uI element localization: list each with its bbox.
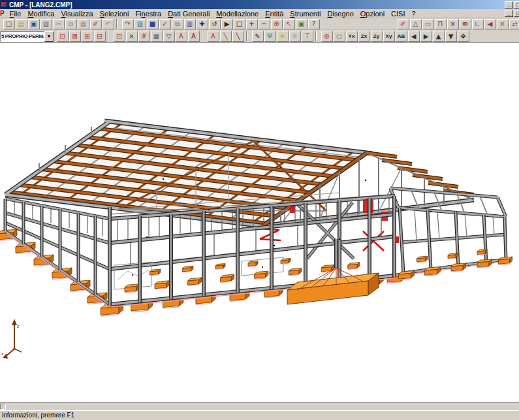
brace-diagonal-button[interactable]: ╲ bbox=[220, 31, 232, 42]
delete-entity-button[interactable]: × bbox=[497, 19, 509, 29]
flip-entity-button[interactable]: ◀ bbox=[484, 19, 496, 29]
edit-geometry-button[interactable]: ✎ bbox=[252, 31, 264, 42]
annotate-style-button[interactable]: A bbox=[208, 31, 219, 42]
window-maximize-button[interactable]: □ bbox=[514, 1, 519, 8]
menu-help[interactable]: ? bbox=[409, 10, 419, 18]
previous-view-button[interactable]: ◀ bbox=[408, 31, 420, 42]
window-minimize-button[interactable]: _ bbox=[505, 1, 513, 8]
menu-file[interactable]: File bbox=[7, 10, 25, 18]
cut-icon: ✂ bbox=[55, 20, 61, 27]
select-labels-icon: A bbox=[179, 33, 183, 40]
orbit-view-button[interactable]: ○ bbox=[334, 31, 345, 42]
view-axon-button[interactable]: AB bbox=[396, 31, 407, 42]
draw-shell-button[interactable]: ▭ bbox=[422, 19, 434, 29]
step-up-button[interactable]: ▲ bbox=[433, 31, 445, 42]
pan-hand-icon: ✥ bbox=[460, 33, 465, 40]
mdi-restore-button[interactable]: □ bbox=[514, 10, 519, 17]
pan-hand-button[interactable]: ✥ bbox=[458, 31, 469, 42]
new-document-icon: □ bbox=[6, 20, 12, 27]
step-down-button[interactable]: ▼ bbox=[445, 31, 457, 42]
view-yx-button[interactable]: Yx bbox=[346, 31, 358, 42]
window-controls: _□ bbox=[505, 1, 519, 8]
horizontal-scrollbar[interactable] bbox=[0, 402, 519, 410]
paste-button[interactable]: ▦ bbox=[78, 19, 89, 29]
menu-selezioni[interactable]: Selezioni bbox=[97, 10, 133, 18]
zoom-extents-button[interactable]: □ bbox=[234, 19, 245, 29]
view-zy-button[interactable]: Zy bbox=[371, 31, 383, 42]
copy-properties-button[interactable]: ⧉ bbox=[172, 19, 183, 29]
menu-finestra[interactable]: Finestra bbox=[132, 10, 165, 18]
check-model-icon: ✓ bbox=[162, 20, 167, 27]
menu-cisi[interactable]: CISI bbox=[388, 10, 408, 18]
draw-pencil-button[interactable]: ✐ bbox=[398, 19, 409, 29]
print-preview-button[interactable]: ▥ bbox=[134, 19, 146, 29]
zoom-out-button[interactable]: − bbox=[259, 19, 270, 29]
pan-view-button[interactable]: ✚ bbox=[197, 19, 208, 29]
light-on-button[interactable]: ☀ bbox=[277, 31, 289, 42]
select-window-button[interactable]: ⊞ bbox=[82, 31, 93, 42]
undo-button[interactable]: ↶ bbox=[102, 19, 114, 29]
format-brush-button[interactable]: ✐ bbox=[90, 19, 102, 29]
menu-modellazione[interactable]: Modellazione bbox=[213, 10, 262, 18]
menu-dati-generali[interactable]: Dati Generali bbox=[165, 10, 213, 18]
draw-plate-button[interactable]: Π bbox=[435, 19, 447, 29]
mirror-entity-button[interactable]: ⇄ bbox=[509, 19, 519, 29]
menu-disegno[interactable]: Disegno bbox=[324, 10, 356, 18]
select-labels-button[interactable]: A bbox=[176, 31, 187, 42]
model-viewport[interactable]: z x bbox=[0, 43, 519, 402]
select-grid-button[interactable]: ▦ bbox=[151, 31, 163, 42]
menu-entit[interactable]: Entità bbox=[262, 10, 287, 18]
mdi-minimize-button[interactable]: _ bbox=[505, 10, 513, 17]
menu-opzioni[interactable]: Opzioni bbox=[357, 10, 388, 18]
cut-button[interactable]: ✂ bbox=[53, 19, 65, 29]
menu-visualizza[interactable]: Visualizza bbox=[57, 10, 96, 18]
select-labels-alt-button[interactable]: A bbox=[188, 31, 200, 42]
local-axes-button[interactable]: ∟ bbox=[472, 19, 484, 29]
new-document-button[interactable]: □ bbox=[3, 19, 15, 29]
open-folder-button[interactable]: ▤ bbox=[16, 19, 27, 29]
select-by-filter-button[interactable]: # bbox=[138, 31, 150, 42]
brace-diagonal-alt-button[interactable]: ╲ bbox=[232, 31, 244, 42]
combo-dropdown-arrow-icon[interactable]: ▼ bbox=[44, 31, 54, 42]
draw-truss-button[interactable]: △ bbox=[410, 19, 422, 29]
light-off-button[interactable]: ☼ bbox=[289, 31, 301, 42]
menu-strumenti[interactable]: Strumenti bbox=[287, 10, 324, 18]
print-button[interactable]: ▥ bbox=[40, 19, 52, 29]
edit-geometry-icon: ✎ bbox=[255, 33, 260, 40]
filter-entities-button[interactable]: ▽ bbox=[163, 31, 175, 42]
select-single-button[interactable]: ⊡ bbox=[114, 31, 125, 42]
rotate-view-button[interactable]: ↺ bbox=[209, 19, 221, 29]
show-loads-button[interactable]: Ψ bbox=[264, 31, 276, 42]
entity-id-button[interactable]: ID bbox=[460, 19, 471, 29]
regen-view-button[interactable]: ▣ bbox=[296, 19, 307, 29]
next-view-button[interactable]: ▶ bbox=[420, 31, 432, 42]
redo-button[interactable]: ↷ bbox=[122, 19, 134, 29]
zoom-window-button[interactable]: ⊕ bbox=[271, 19, 283, 29]
zoom-selection-button[interactable]: ⊡ bbox=[57, 31, 69, 42]
select-pointer-button[interactable]: ↖ bbox=[283, 19, 295, 29]
dynamic-zoom-button[interactable]: ▶ bbox=[221, 19, 233, 29]
app-icon bbox=[1, 1, 7, 8]
check-model-button[interactable]: ✓ bbox=[159, 19, 171, 29]
save-file-button[interactable]: ▣ bbox=[28, 19, 40, 29]
select-add-button[interactable]: ⊟ bbox=[94, 31, 106, 42]
zoom-box-button[interactable]: ⊠ bbox=[69, 31, 81, 42]
deselect-all-button[interactable]: × bbox=[126, 31, 138, 42]
load-case-combo[interactable]: 5 PROPRIO-PERMANENTE ▼ bbox=[0, 31, 54, 42]
zoom-in-button[interactable]: + bbox=[246, 19, 258, 29]
rotate-model-button[interactable]: ⊛ bbox=[321, 31, 333, 42]
context-help-icon: ? bbox=[312, 20, 315, 27]
snap-tool-button[interactable]: × bbox=[447, 19, 459, 29]
scrollbar-cell[interactable] bbox=[0, 404, 6, 410]
view-zx-button[interactable]: Zx bbox=[358, 31, 370, 42]
copy-button[interactable]: ⧉ bbox=[65, 19, 77, 29]
context-help-button[interactable]: ? bbox=[308, 19, 320, 29]
load-case-value: 5 PROPRIO-PERMANENTE bbox=[0, 31, 44, 42]
split-view-button[interactable]: ▥ bbox=[184, 19, 196, 29]
next-view-icon: ▶ bbox=[424, 33, 429, 40]
previous-view-icon: ◀ bbox=[411, 33, 417, 40]
menu-modifica[interactable]: Modifica bbox=[24, 10, 57, 18]
view-xy-button[interactable]: Xy bbox=[383, 31, 395, 42]
render-solid-button[interactable]: ■ bbox=[147, 19, 159, 29]
hide-text-button[interactable]: T bbox=[302, 31, 313, 42]
